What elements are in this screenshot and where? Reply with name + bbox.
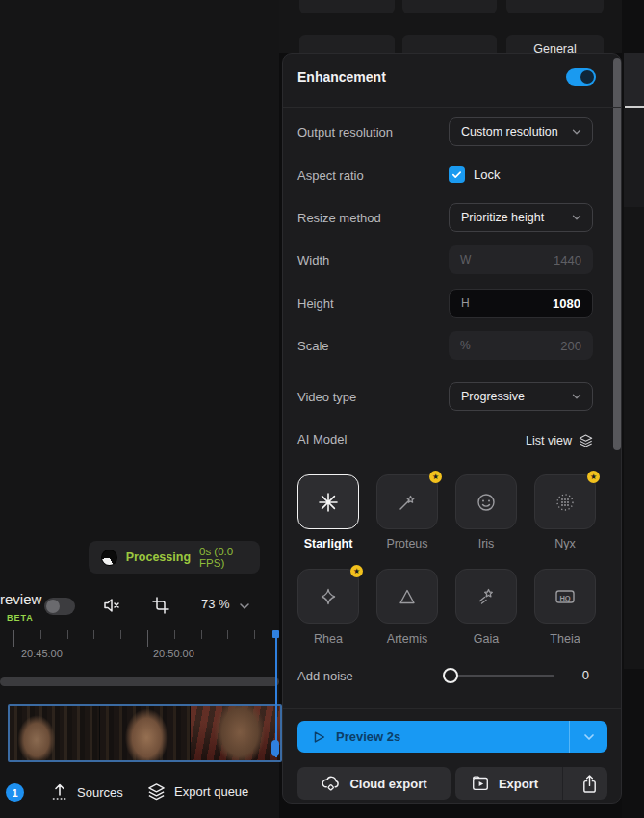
- dropdown-value: Progressive: [461, 390, 570, 403]
- video-thumbnail[interactable]: [191, 706, 280, 760]
- add-noise-slider-knob[interactable]: [443, 668, 458, 683]
- export-queue-button[interactable]: Export queue: [146, 781, 248, 802]
- crop-button[interactable]: [149, 594, 172, 617]
- resize-method-dropdown[interactable]: Prioritize height: [449, 203, 593, 232]
- timestamp: 20:50:00: [153, 648, 194, 659]
- panel-scrollbar[interactable]: [613, 58, 621, 450]
- model-tile-starlight[interactable]: [297, 474, 359, 529]
- input-prefix: W: [460, 253, 471, 267]
- speaker-muted-icon: [101, 595, 122, 616]
- dropdown-value: Custom resolution: [461, 125, 570, 139]
- aspect-ratio-lock-checkbox[interactable]: [449, 166, 465, 183]
- model-label: Theia: [534, 632, 596, 646]
- add-noise-value: 0: [582, 668, 589, 682]
- video-type-dropdown[interactable]: Progressive: [449, 382, 593, 411]
- aspect-ratio-label: Aspect ratio: [297, 168, 364, 183]
- sources-count-badge: 1: [6, 783, 24, 802]
- toggle-knob: [580, 70, 594, 84]
- video-thumbnail[interactable]: [100, 706, 190, 760]
- resize-method-label: Resize method: [297, 211, 381, 225]
- checkmark-icon: [451, 169, 462, 180]
- width-label: Width: [297, 253, 329, 268]
- timeline-major-tick: [13, 630, 14, 647]
- video-thumbnail[interactable]: [10, 706, 99, 760]
- height-label: Height: [297, 296, 334, 311]
- export-button[interactable]: Export: [455, 774, 554, 793]
- input-prefix: H: [461, 296, 470, 310]
- model-label: Rhea: [297, 632, 359, 646]
- premium-badge-icon: ★: [350, 565, 363, 577]
- output-resolution-label: Output resolution: [297, 125, 393, 140]
- button-divider: [562, 767, 563, 800]
- model-tile-iris[interactable]: [455, 474, 517, 529]
- height-input[interactable]: H 1080: [449, 289, 593, 318]
- mute-button[interactable]: [100, 594, 123, 617]
- model-tile-rhea[interactable]: ★: [297, 569, 359, 624]
- playhead-handle[interactable]: [272, 630, 279, 638]
- preview-mode-label: review: [0, 591, 41, 607]
- model-tile-theia[interactable]: HQ: [534, 569, 596, 624]
- triangle-icon: [397, 586, 418, 607]
- list-view-label: List view: [526, 434, 572, 447]
- cloud-export-button[interactable]: Cloud export: [297, 767, 451, 800]
- preview-options-button[interactable]: [570, 729, 607, 745]
- folder-play-icon: [471, 774, 490, 793]
- collapsed-panel-button[interactable]: [506, 0, 604, 13]
- layers-icon: [146, 781, 167, 802]
- hq-icon: HQ: [554, 586, 577, 607]
- model-label: Proteus: [376, 537, 438, 550]
- model-tile-proteus[interactable]: ★: [376, 474, 438, 529]
- edge-block: [624, 108, 644, 207]
- add-noise-slider[interactable]: [449, 675, 554, 677]
- sparkle-icon: [318, 586, 339, 607]
- processing-status-badge: Processing 0s (0.0 FPS): [89, 541, 260, 574]
- cloud-icon: [321, 774, 341, 793]
- timeline-scrollbar[interactable]: [0, 677, 279, 686]
- model-label: Gaia: [455, 632, 517, 646]
- edge-block: [624, 53, 644, 106]
- video-type-label: Video type: [297, 390, 356, 404]
- export-label: Export: [499, 777, 538, 791]
- model-label: Nyx: [534, 537, 596, 550]
- sources-button[interactable]: Sources: [50, 781, 123, 803]
- input-prefix: %: [460, 339, 471, 352]
- share-button[interactable]: [572, 774, 607, 794]
- clip-trim-handle[interactable]: [271, 740, 279, 756]
- chevron-down-icon: [237, 599, 252, 614]
- collapsed-panel-button[interactable]: [402, 0, 497, 13]
- beta-badge: BETA: [7, 613, 34, 623]
- svg-text:HQ: HQ: [559, 593, 570, 601]
- model-tile-artemis[interactable]: [376, 569, 438, 624]
- upload-icon: [50, 781, 69, 803]
- panel-title: Enhancement: [297, 69, 386, 85]
- app-window: Processing 0s (0.0 FPS) review BETA 73 %: [0, 0, 644, 818]
- zoom-level-dropdown[interactable]: [237, 599, 252, 614]
- timeline-ruler[interactable]: [13, 630, 279, 639]
- processing-label: Processing: [126, 550, 191, 564]
- ai-model-label: AI Model: [297, 432, 347, 447]
- premium-badge-icon: ★: [429, 471, 442, 483]
- scale-input: % 200: [449, 331, 593, 360]
- enhancement-toggle[interactable]: [566, 68, 596, 86]
- output-resolution-dropdown[interactable]: Custom resolution: [449, 117, 593, 146]
- selected-clip-strip[interactable]: [8, 704, 282, 762]
- sources-label: Sources: [77, 785, 123, 800]
- dropdown-value: Prioritize height: [461, 211, 570, 224]
- model-tile-nyx[interactable]: ★: [534, 474, 596, 529]
- model-label: Iris: [455, 537, 517, 550]
- preview-mode-toggle[interactable]: [44, 598, 75, 615]
- timestamp: 20:45:00: [21, 648, 63, 659]
- toggle-knob: [46, 600, 60, 613]
- export-button-group: Export: [455, 767, 607, 800]
- zoom-level-value[interactable]: 73 %: [201, 597, 230, 611]
- playhead-line[interactable]: [275, 630, 277, 757]
- model-tile-gaia[interactable]: [455, 569, 517, 624]
- chevron-down-icon: [570, 390, 583, 403]
- input-value: 1080: [470, 296, 580, 311]
- model-label: Artemis: [376, 632, 438, 646]
- collapsed-panel-button[interactable]: [299, 0, 395, 13]
- premium-badge-icon: ★: [587, 471, 600, 483]
- chevron-down-icon: [581, 729, 597, 745]
- preview-button[interactable]: Preview 2s: [297, 721, 607, 753]
- list-view-toggle[interactable]: List view: [526, 432, 594, 448]
